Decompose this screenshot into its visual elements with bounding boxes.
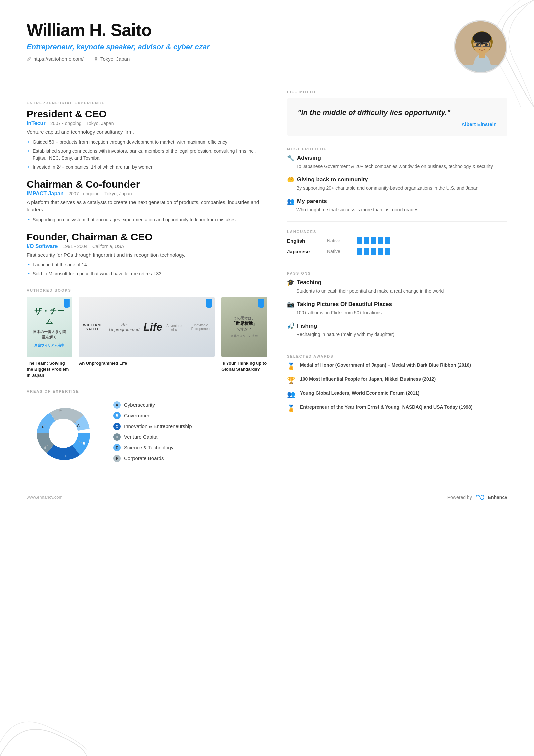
- passion-icon-2: 🎣: [287, 322, 294, 330]
- proud-item-1: 🤲 Giving back to community By supporting…: [287, 176, 507, 192]
- avatar: [454, 20, 507, 73]
- proud-item-2: 👥 My parents Who tought me that success …: [287, 198, 507, 213]
- legend-item-c: C Innovation & Entrepreneurship: [113, 423, 267, 430]
- svg-text:D: D: [44, 446, 46, 450]
- avatar-image: [455, 21, 507, 73]
- book-title-3: Is Your Thinking up to Global Standards?: [221, 360, 267, 372]
- divider-passions: [287, 263, 507, 263]
- award-item-0: 🏅 Medal of Honor (Government of Japan) –…: [287, 362, 507, 370]
- award-text-2: Young Global Leaders, World Economic For…: [300, 390, 419, 398]
- proud-icon-2: 👥: [287, 198, 294, 205]
- proud-item-0: 🔧 Advising To Japanese Government & 20+ …: [287, 154, 507, 170]
- legend-dot-c: C: [113, 423, 121, 430]
- bullet-1-2: Invested in 24+ companies, 14 of which a…: [27, 164, 267, 171]
- lang-bar-0-0: [357, 237, 362, 244]
- exp-company-2: IMPACT Japan: [27, 191, 64, 196]
- expertise-chart: A B C D E F: [27, 397, 100, 470]
- lang-bar-1-2: [371, 248, 376, 255]
- link-icon: [27, 57, 31, 61]
- lang-bar-0-3: [378, 237, 383, 244]
- books-section-label: AUTHORED BOOKS: [27, 288, 267, 292]
- header: William H. Saito Entrepreneur, keynote s…: [27, 20, 507, 73]
- deco-bottom-left: [0, 669, 87, 756]
- proud-desc-0: To Japanese Government & 20+ tech compan…: [287, 163, 507, 170]
- passion-desc-0: Students to unleash their potential and …: [287, 288, 507, 295]
- svg-point-3: [473, 32, 491, 44]
- bullet-3-1: Sold to Microsoft for a price that would…: [27, 270, 267, 277]
- book-title-2: An Unprogrammed Life: [79, 360, 215, 366]
- passion-icon-0: 🎓: [287, 279, 294, 286]
- languages-label: LANGUAGES: [287, 230, 507, 234]
- book-title-1: The Team: Solving the Biggest Problem in…: [27, 360, 72, 379]
- person-name: William H. Saito: [27, 20, 454, 40]
- book-cover-2: WILLIAM SAITO An Unprogrammed Life Adven…: [79, 297, 215, 357]
- svg-text:A: A: [77, 423, 80, 427]
- divider-awards: [287, 346, 507, 346]
- passion-item-2: 🎣 Fishing Recharging in nature (mainly w…: [287, 322, 507, 338]
- motto-author: Albert Einstein: [298, 121, 497, 127]
- bullet-2-0: Supporting an ecosystem that encourages …: [27, 216, 267, 223]
- experience-item-3: Founder, Chairman & CEO I/O Software 199…: [27, 231, 267, 278]
- exp-years-1: 2007 - ongoing: [50, 121, 81, 126]
- bullet-1-0: Guided 50 + products from inception thro…: [27, 139, 267, 146]
- exp-years-2: 2007 - ongoing: [68, 191, 99, 196]
- passion-title-1: 📷 Taking Pictures Of Beautiful Places: [287, 301, 507, 308]
- passion-title-0: 🎓 Teaching: [287, 279, 507, 286]
- lang-row-0: English Native: [287, 237, 507, 244]
- bullet-1-1: Established strong connections with inve…: [27, 148, 267, 162]
- passion-desc-2: Recharging in nature (mainly with my dau…: [287, 331, 507, 338]
- legend-dot-f: F: [113, 455, 121, 462]
- book-tag-3: [258, 299, 264, 308]
- legend-item-f: F Corporate Boards: [113, 455, 267, 462]
- award-text-0: Medal of Honor (Government of Japan) – M…: [300, 362, 471, 370]
- location-icon: [94, 57, 98, 61]
- passion-title-2: 🎣 Fishing: [287, 322, 507, 330]
- proud-title-1: 🤲 Giving back to community: [287, 176, 507, 183]
- legend-dot-b: B: [113, 412, 121, 419]
- person-title: Entrepreneur, keynote speaker, advisor &…: [27, 43, 454, 51]
- expertise-legend: A Cybersecurity B Government C Innovatio…: [113, 401, 267, 465]
- lang-bar-0-1: [364, 237, 369, 244]
- location-info: Tokyo, Japan: [94, 56, 130, 62]
- legend-label-c: Innovation & Entrepreneurship: [124, 423, 192, 429]
- proud-title-0: 🔧 Advising: [287, 154, 507, 162]
- lang-level-1: Native: [327, 249, 357, 254]
- exp-location-1: Tokyo, Japan: [86, 121, 114, 126]
- book-item-1: ザ・チーム 日本の一番大きな問題を解く 齋藤ウィリアム浩幸 The Team: …: [27, 297, 72, 379]
- divider-languages: [287, 221, 507, 222]
- award-item-2: 👥 Young Global Leaders, World Economic F…: [287, 390, 507, 398]
- exp-bullets-3: Launched at the age of 14 Sold to Micros…: [27, 261, 267, 277]
- legend-item-d: D Venture Capital: [113, 433, 267, 441]
- passion-item-1: 📷 Taking Pictures Of Beautiful Places 10…: [287, 301, 507, 316]
- legend-item-a: A Cybersecurity: [113, 401, 267, 409]
- enhancv-logo-icon: [475, 494, 485, 501]
- legend-dot-d: D: [113, 433, 121, 441]
- website-link[interactable]: https://saitohome.com/: [27, 56, 84, 62]
- resume-page: William H. Saito Entrepreneur, keynote s…: [0, 0, 534, 756]
- passions-label: PASSIONS: [287, 271, 507, 275]
- lang-bar-1-0: [357, 248, 362, 255]
- award-icon-3: 🏅: [287, 404, 295, 412]
- svg-text:C: C: [65, 454, 67, 458]
- lang-bar-1-4: [385, 248, 390, 255]
- passion-icon-1: 📷: [287, 301, 294, 308]
- exp-desc-3: First security for PCs through fingerpri…: [27, 251, 267, 259]
- awards-label: SELECTED AWARDS: [287, 354, 507, 358]
- lang-bar-1-3: [378, 248, 383, 255]
- legend-item-e: E Science & Technology: [113, 444, 267, 451]
- svg-point-10: [49, 419, 78, 448]
- right-column: LIFE MOTTO "In the middle of difficulty …: [287, 90, 507, 470]
- footer-brand: Powered by Enhancv: [447, 494, 507, 501]
- main-content: ENTREPRENEURIAL EXPERIENCE President & C…: [27, 90, 507, 470]
- lang-level-0: Native: [327, 238, 357, 243]
- proud-icon-1: 🤲: [287, 176, 294, 183]
- legend-label-a: Cybersecurity: [124, 402, 155, 408]
- legend-item-b: B Government: [113, 412, 267, 419]
- exp-title-2: Chairman & Co-founder: [27, 179, 267, 190]
- exp-desc-1: Venture capital and technology consultan…: [27, 128, 267, 136]
- proud-title-2: 👥 My parents: [287, 198, 507, 205]
- exp-location-2: Tokyo, Japan: [104, 191, 132, 196]
- proud-desc-1: By supporting 20+ charitable and communi…: [287, 185, 507, 192]
- book-tag-1: [64, 299, 70, 308]
- passion-desc-1: 100+ albums on Flickr from 50+ locations: [287, 309, 507, 316]
